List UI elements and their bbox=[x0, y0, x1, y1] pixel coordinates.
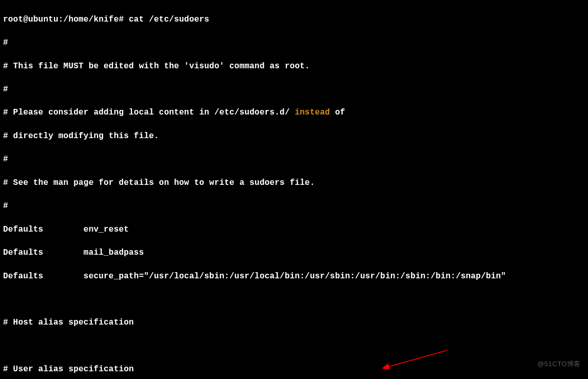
comment-line: # bbox=[3, 200, 585, 212]
comment-line: # Please consider adding local content i… bbox=[3, 107, 585, 119]
section-comment: # Host alias specification bbox=[3, 317, 585, 329]
blank-line bbox=[3, 294, 585, 306]
defaults-line: Defaults env_reset bbox=[3, 224, 585, 236]
comment-line: # See the man page for details on how to… bbox=[3, 177, 585, 189]
comment-line: # bbox=[3, 37, 585, 49]
terminal-output: root@ubuntu:/home/knife# cat /etc/sudoer… bbox=[3, 2, 585, 379]
text-segment: # Please consider adding local content i… bbox=[3, 108, 295, 117]
highlight-word: instead bbox=[295, 108, 330, 117]
defaults-line: Defaults secure_path="/usr/local/sbin:/u… bbox=[3, 271, 585, 282]
blank-line bbox=[3, 340, 585, 352]
section-comment: # User alias specification bbox=[3, 364, 585, 375]
comment-line: # directly modifying this file. bbox=[3, 130, 585, 142]
prompt-line: root@ubuntu:/home/knife# cat /etc/sudoer… bbox=[3, 14, 585, 26]
comment-line: # This file MUST be edited with the 'vis… bbox=[3, 61, 585, 72]
watermark: @51CTO博客 bbox=[537, 359, 581, 369]
comment-line: # bbox=[3, 154, 585, 165]
text-segment: of bbox=[330, 108, 345, 117]
defaults-line: Defaults mail_badpass bbox=[3, 247, 585, 259]
comment-line: # bbox=[3, 84, 585, 96]
